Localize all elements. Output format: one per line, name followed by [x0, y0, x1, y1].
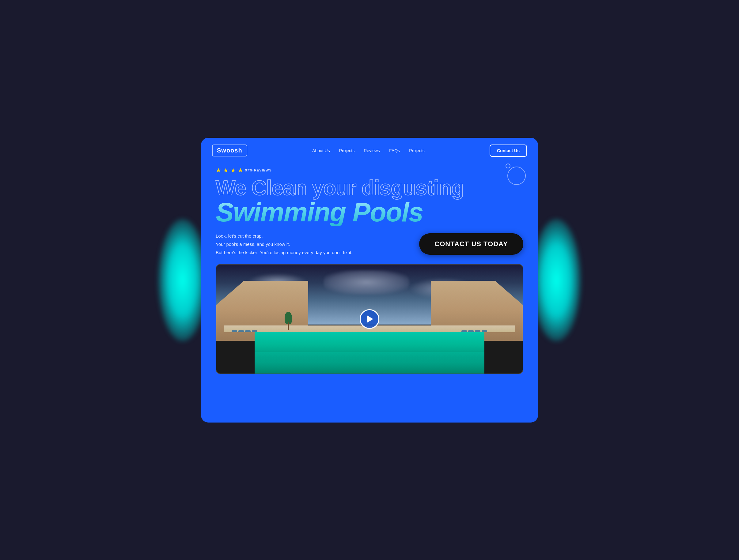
chair-2	[238, 330, 244, 332]
headline-we: We	[216, 176, 252, 199]
chairs-left	[232, 323, 278, 332]
star-4: ★	[238, 167, 243, 174]
nav-item-projects2[interactable]: Projects	[409, 148, 425, 153]
headline-bottom: Swimming Pools	[216, 199, 523, 226]
nav-link-projects1[interactable]: Projects	[339, 148, 355, 153]
logo-box[interactable]: Swoosh	[212, 145, 247, 157]
tree-left	[284, 312, 293, 330]
deco-circle-small	[505, 164, 510, 168]
hero-section: ★ ★ ★ ★ 97% REVIEWS We Clean your disgus…	[201, 164, 538, 256]
chair-7	[475, 330, 480, 332]
nav-link-projects2[interactable]: Projects	[409, 148, 425, 153]
chair-6	[468, 330, 474, 332]
logo-text: Swoosh	[217, 147, 242, 154]
nav-link-about[interactable]: About Us	[312, 148, 330, 153]
headline-your: your	[312, 176, 361, 199]
nav-item-about[interactable]: About Us	[312, 148, 330, 153]
chair-8	[482, 330, 487, 332]
stars-row: ★ ★ ★ ★ 97% REVIEWS	[216, 167, 523, 174]
nav-item-faqs[interactable]: FAQs	[389, 148, 400, 153]
nav-link-reviews[interactable]: Reviews	[364, 148, 380, 153]
nav-item-projects1[interactable]: Projects	[339, 148, 355, 153]
headline-disgusting: disgusting	[361, 176, 464, 199]
nav-link-faqs[interactable]: FAQs	[389, 148, 400, 153]
star-2: ★	[223, 167, 229, 174]
star-3: ★	[231, 167, 236, 174]
middle-row: Look, let's cut the crap. Your pool's a …	[216, 232, 523, 256]
star-1: ★	[216, 167, 221, 174]
chair-5	[461, 330, 467, 332]
tagline: Look, let's cut the crap. Your pool's a …	[216, 232, 352, 256]
chairs-right	[461, 323, 507, 332]
blob-left	[158, 219, 207, 341]
chair-3	[245, 330, 251, 332]
cloud-2	[323, 270, 409, 295]
video-container	[216, 264, 523, 374]
blob-right	[532, 219, 581, 341]
nav-links: About Us Projects Reviews FAQs Projects	[312, 148, 425, 153]
page-wrapper: Swoosh About Us Projects Reviews FAQs Pr…	[176, 133, 563, 427]
deco-circle-large	[507, 167, 526, 185]
main-card: Swoosh About Us Projects Reviews FAQs Pr…	[201, 138, 538, 422]
headline-clean: Clean	[252, 176, 312, 199]
reviews-text: 97% REVIEWS	[245, 168, 272, 172]
tree-trunk-left	[288, 322, 289, 330]
tree-top-left	[285, 312, 292, 324]
navbar: Swoosh About Us Projects Reviews FAQs Pr…	[201, 138, 538, 164]
nav-contact-button[interactable]: Contact Us	[489, 145, 527, 157]
headline-top: We Clean your disgusting	[216, 177, 523, 199]
nav-item-reviews[interactable]: Reviews	[364, 148, 380, 153]
play-icon	[367, 315, 373, 323]
tagline-line3: But here's the kicker: You're losing mon…	[216, 248, 352, 256]
pool-reflection	[255, 352, 484, 374]
cta-button[interactable]: CONTACT US TODAY	[419, 233, 523, 255]
play-button[interactable]	[360, 309, 379, 329]
tagline-line2: Your pool's a mess, and you know it.	[216, 240, 352, 248]
chair-1	[232, 330, 237, 332]
tagline-line1: Look, let's cut the crap.	[216, 232, 352, 240]
chair-4	[252, 330, 257, 332]
